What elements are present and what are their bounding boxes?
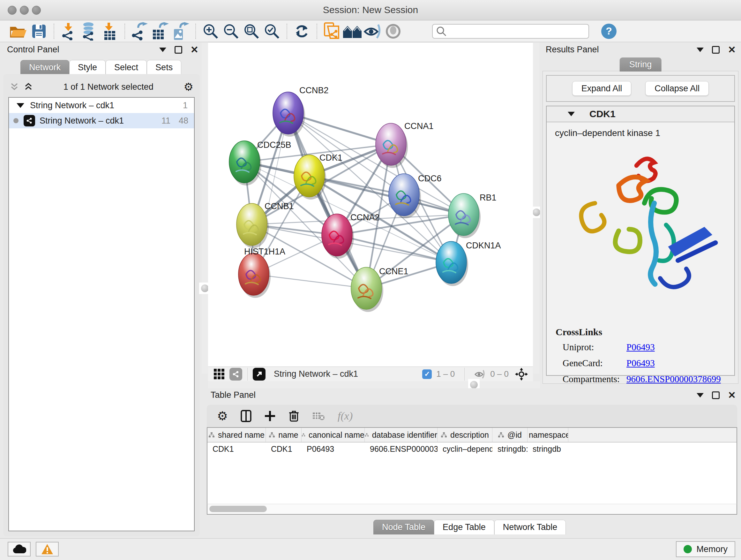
crosslink-link[interactable]: P06493 xyxy=(626,342,655,352)
fit-selected-crosshair-icon[interactable] xyxy=(515,368,528,381)
network-canvas[interactable]: CCNB2CCNA1CDC25BCDK1CDC6RB1CCNB1CCNA2CDK… xyxy=(208,42,533,367)
open-session-icon[interactable] xyxy=(8,22,29,40)
network-node-rb1[interactable]: RB1 xyxy=(448,193,496,238)
right-splitter[interactable] xyxy=(533,42,539,374)
network-node-cdc6[interactable]: CDC6 xyxy=(389,174,442,219)
crosslink-link[interactable]: P06493 xyxy=(626,358,655,368)
table-header-row: shared namenamecanonical namedatabase id… xyxy=(207,428,737,442)
tab-select[interactable]: Select xyxy=(106,60,147,75)
tab-style[interactable]: Style xyxy=(69,60,106,75)
network-node-ccna1[interactable]: CCNA1 xyxy=(376,121,434,168)
export-image-icon[interactable] xyxy=(171,22,191,40)
table-cell[interactable]: stringdb xyxy=(528,442,568,456)
grid-view-icon[interactable] xyxy=(214,369,224,379)
export-network-icon[interactable] xyxy=(130,22,150,40)
tab-node-table[interactable]: Node Table xyxy=(374,520,434,535)
hidden-count-label: 0 – 0 xyxy=(490,369,509,379)
network-collection-row[interactable]: String Network – cdk1 1 xyxy=(9,98,194,113)
network-node-hist1h1a[interactable]: HIST1H1A xyxy=(239,247,285,298)
column-header-namespace[interactable]: namespace xyxy=(528,428,568,442)
show-columns-icon[interactable] xyxy=(241,410,252,422)
panel-float-icon[interactable] xyxy=(175,46,182,54)
table-row[interactable]: CDK1CDK1P064939606.ENSP00000378699cyclin… xyxy=(207,442,737,456)
expand-all-button[interactable]: Expand All xyxy=(572,81,631,96)
import-table-icon[interactable] xyxy=(99,22,120,40)
export-table-icon[interactable] xyxy=(150,22,171,40)
crosslink-link[interactable]: 9606.ENSP00000378699 xyxy=(626,374,721,384)
column-header-description[interactable]: description xyxy=(437,428,492,442)
zoom-in-icon[interactable] xyxy=(200,22,221,40)
panel-close-icon[interactable]: ✕ xyxy=(728,46,736,54)
table-tabs: Node Table Edge Table Network Table xyxy=(374,520,566,535)
collapse-all-icon[interactable] xyxy=(10,82,19,92)
create-column-icon[interactable] xyxy=(264,410,276,422)
tab-edge-table[interactable]: Edge Table xyxy=(434,520,494,535)
network-node-ccnb1[interactable]: CCNB1 xyxy=(237,201,294,248)
tree-expand-icon[interactable] xyxy=(17,103,24,108)
panel-menu-icon[interactable] xyxy=(697,48,704,52)
left-splitter[interactable] xyxy=(202,42,208,374)
panel-float-icon[interactable] xyxy=(712,46,720,54)
tab-network[interactable]: Network xyxy=(20,60,69,75)
node-label: CCNA2 xyxy=(350,212,380,222)
table-cell[interactable]: P06493 xyxy=(301,442,365,456)
column-header-name[interactable]: name xyxy=(266,428,301,442)
zoom-fit-icon[interactable] xyxy=(241,22,262,40)
crosslinks-heading: CrossLinks xyxy=(556,327,728,337)
tab-network-table[interactable]: Network Table xyxy=(494,520,566,535)
network-node-ccne1[interactable]: CCNE1 xyxy=(351,266,408,312)
help-icon[interactable]: ? xyxy=(601,23,616,39)
table-cell[interactable]: cyclin–dependent ... xyxy=(437,442,492,456)
node-label: HIST1H1A xyxy=(244,247,285,256)
network-node-ccnb2[interactable]: CCNB2 xyxy=(273,85,329,137)
change-species-icon[interactable] xyxy=(342,22,362,40)
tab-sets[interactable]: Sets xyxy=(147,60,181,75)
delete-table-icon[interactable] xyxy=(312,411,325,421)
selected-checkbox-icon[interactable]: ✓ xyxy=(422,369,432,379)
gene-section-header[interactable]: CDK1 xyxy=(547,106,734,122)
table-hscrollbar-thumb[interactable] xyxy=(209,506,267,512)
node-label: CDK1 xyxy=(320,153,342,163)
panel-close-icon[interactable]: ✕ xyxy=(191,46,199,54)
hide-glass-icon[interactable] xyxy=(362,22,383,40)
import-network-file-icon[interactable] xyxy=(59,22,79,40)
network-options-gear-icon[interactable]: ⚙ xyxy=(184,80,193,93)
search-input[interactable] xyxy=(432,24,589,39)
table-cell[interactable]: stringdb:9... xyxy=(492,442,528,456)
save-session-icon[interactable] xyxy=(29,22,49,40)
network-node-cdkn1a[interactable]: CDKN1A xyxy=(436,241,501,286)
string-document-icon[interactable] xyxy=(322,22,342,40)
refresh-icon[interactable] xyxy=(292,22,312,40)
column-header--id[interactable]: @id xyxy=(492,428,528,442)
network-title-label: String Network – cdk1 xyxy=(274,369,358,379)
section-collapse-icon[interactable] xyxy=(568,112,575,116)
table-options-gear-icon[interactable]: ⚙ xyxy=(217,409,228,423)
column-header-canonical-name[interactable]: canonical name xyxy=(301,428,365,442)
tab-string[interactable]: String xyxy=(620,57,662,71)
column-header-database-identifier[interactable]: database identifier xyxy=(365,428,437,442)
panel-float-icon[interactable] xyxy=(712,391,720,399)
zoom-selected-icon[interactable] xyxy=(262,22,282,40)
birdseye-view-icon[interactable] xyxy=(253,368,266,381)
show-sphere-icon[interactable] xyxy=(383,22,403,40)
expand-all-icon[interactable] xyxy=(23,82,33,92)
import-network-database-icon[interactable] xyxy=(79,22,99,40)
zoom-out-icon[interactable] xyxy=(221,22,241,40)
crosslink-label: GeneCard: xyxy=(562,358,626,368)
panel-menu-icon[interactable] xyxy=(697,393,704,397)
table-cell[interactable]: 9606.ENSP00000378699 xyxy=(365,442,437,456)
column-header-shared-name[interactable]: shared name xyxy=(207,428,266,442)
table-cell[interactable]: CDK1 xyxy=(207,442,266,456)
table-cell[interactable]: CDK1 xyxy=(266,442,301,456)
cloud-button[interactable] xyxy=(8,542,30,557)
function-builder-icon[interactable]: f(x) xyxy=(338,410,353,422)
panel-close-icon[interactable]: ✕ xyxy=(728,391,736,399)
memory-button[interactable]: Memory xyxy=(676,541,735,557)
search-field[interactable] xyxy=(447,25,585,37)
network-row[interactable]: String Network – cdk1 11 48 xyxy=(9,113,194,128)
share-view-icon[interactable] xyxy=(229,368,242,381)
collapse-all-button[interactable]: Collapse All xyxy=(645,81,709,96)
delete-column-icon[interactable] xyxy=(288,410,299,422)
panel-menu-icon[interactable] xyxy=(159,48,166,52)
warning-button[interactable] xyxy=(36,542,59,557)
